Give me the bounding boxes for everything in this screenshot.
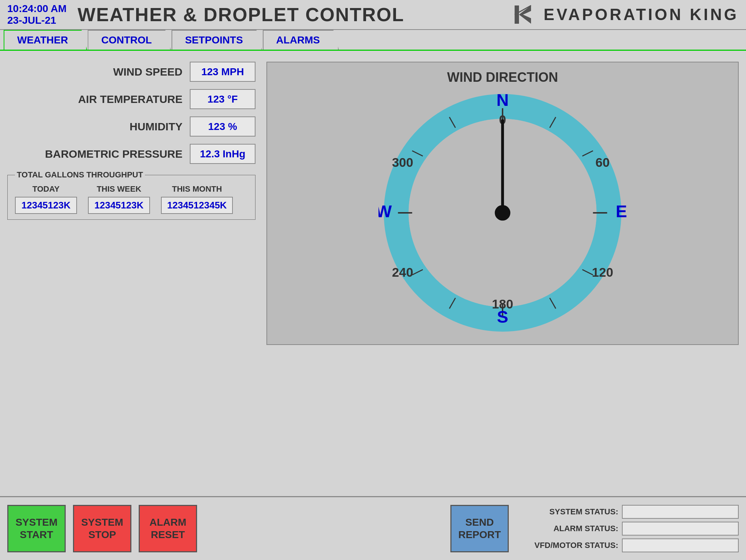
gallons-week-col: THIS WEEK 12345123K — [88, 184, 150, 214]
svg-point-29 — [495, 205, 511, 221]
gallons-month-label: THIS MONTH — [172, 184, 222, 194]
send-report-button[interactable]: SENDREPORT — [450, 505, 509, 552]
system-start-button[interactable]: SYSTEMSTART — [7, 505, 66, 552]
svg-text:60: 60 — [595, 155, 610, 169]
wind-direction-box: WIND DIRECTION — [266, 62, 739, 345]
gallons-month-col: THIS MONTH 1234512345K — [161, 184, 233, 214]
svg-text:180: 180 — [492, 297, 513, 311]
system-stop-button[interactable]: SYSTEMSTOP — [73, 505, 131, 552]
svg-text:240: 240 — [392, 265, 413, 279]
vfd-motor-status-label: VFD/MOTOR STATUS: — [516, 541, 618, 550]
header-time: 10:24:00 AM — [7, 3, 66, 15]
svg-text:N: N — [496, 91, 509, 110]
tab-alarms[interactable]: ALARMS — [263, 30, 339, 50]
baro-pressure-row: BAROMETRIC PRESSURE 12.3 InHg — [7, 144, 255, 164]
humidity-value: 123 % — [190, 116, 255, 137]
alarm-reset-button[interactable]: ALARMRESET — [139, 505, 197, 552]
header: 10:24:00 AM 23-JUL-21 WEATHER & DROPLET … — [0, 0, 746, 30]
baro-pressure-label: BAROMETRIC PRESSURE — [45, 148, 182, 160]
left-panel: WIND SPEED 123 MPH AIR TEMPERATURE 123 °… — [7, 62, 255, 519]
system-status-label: SYSTEM STATUS: — [516, 507, 618, 517]
header-date: 23-JUL-21 — [7, 15, 66, 26]
gallons-month-value: 1234512345K — [161, 197, 233, 214]
wind-speed-row: WIND SPEED 123 MPH — [7, 62, 255, 82]
svg-text:120: 120 — [592, 265, 613, 279]
wind-speed-label: WIND SPEED — [113, 66, 182, 78]
company-logo: EVAPORATION KING — [513, 4, 739, 26]
baro-pressure-value: 12.3 InHg — [190, 144, 255, 164]
ek-logo-icon — [513, 4, 538, 26]
gallons-title: TOTAL GALLONS THROUGHPUT — [15, 170, 145, 180]
page-title: WEATHER & DROPLET CONTROL — [77, 4, 512, 26]
tab-setpoints[interactable]: SETPOINTS — [172, 30, 262, 50]
alarm-status-label: ALARM STATUS: — [516, 524, 618, 533]
system-status-row: SYSTEM STATUS: — [516, 505, 739, 519]
gallons-today-label: TODAY — [32, 184, 60, 194]
gallons-week-value: 12345123K — [88, 197, 150, 214]
humidity-label: HUMIDITY — [130, 120, 182, 133]
tab-control[interactable]: CONTROL — [88, 30, 170, 50]
wind-direction-title: WIND DIRECTION — [447, 70, 558, 85]
svg-text:W: W — [378, 202, 392, 221]
alarm-status-row: ALARM STATUS: — [516, 522, 739, 536]
gallons-today-value: 12345123K — [15, 197, 77, 214]
compass-container: N 0 S 180 E 60 W 300 240 120 — [378, 89, 627, 337]
header-datetime: 10:24:00 AM 23-JUL-21 — [7, 3, 66, 26]
bottom-bar: SYSTEMSTART SYSTEMSTOP ALARMRESET SENDRE… — [0, 496, 746, 560]
tab-weather[interactable]: WEATHER — [4, 30, 87, 50]
logo-text: EVAPORATION KING — [544, 5, 739, 24]
humidity-row: HUMIDITY 123 % — [7, 116, 255, 137]
svg-text:300: 300 — [392, 155, 413, 169]
gallons-inner: TODAY 12345123K THIS WEEK 12345123K THIS… — [15, 181, 248, 214]
air-temp-row: AIR TEMPERATURE 123 °F — [7, 89, 255, 109]
gallons-today-col: TODAY 12345123K — [15, 184, 77, 214]
wind-speed-value: 123 MPH — [190, 62, 255, 82]
system-status-value — [622, 505, 739, 519]
alarm-status-value — [622, 522, 739, 536]
gallons-week-label: THIS WEEK — [97, 184, 141, 194]
compass-svg: N 0 S 180 E 60 W 300 240 120 — [378, 89, 627, 337]
air-temp-value: 123 °F — [190, 89, 255, 109]
svg-text:E: E — [616, 202, 627, 221]
vfd-motor-status-row: VFD/MOTOR STATUS: — [516, 538, 739, 552]
vfd-motor-status-value — [622, 538, 739, 552]
air-temp-label: AIR TEMPERATURE — [78, 93, 182, 106]
status-panel: SYSTEM STATUS: ALARM STATUS: VFD/MOTOR S… — [516, 505, 739, 552]
main-content: WIND SPEED 123 MPH AIR TEMPERATURE 123 °… — [0, 62, 746, 519]
tab-bar: WEATHER CONTROL SETPOINTS ALARMS — [0, 30, 746, 51]
gallons-throughput-box: TOTAL GALLONS THROUGHPUT TODAY 12345123K… — [7, 175, 255, 220]
right-panel: WIND DIRECTION — [266, 62, 739, 519]
